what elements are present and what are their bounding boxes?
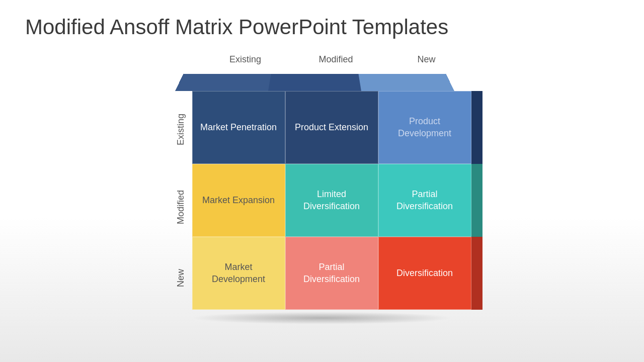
right-side-face — [471, 91, 482, 310]
cell-partial-diversification-2: Partial Diversification — [285, 237, 378, 310]
page-title: Modified Ansoff Matrix PowerPoint Templa… — [0, 0, 473, 49]
top-3d-face — [175, 65, 469, 91]
matrix-container: Existing Modified New Existing Modified … — [0, 49, 644, 324]
cell-diversification: Diversification — [378, 237, 471, 310]
right-face-mid — [471, 164, 482, 237]
cell-market-penetration: Market Penetration — [192, 91, 285, 164]
col-header-existing: Existing — [200, 54, 291, 65]
cell-partial-diversification-1: Partial Diversification — [378, 164, 471, 237]
cell-product-extension: Product Extension — [285, 91, 378, 164]
matrix-body: Market Penetration Product Extension Pro… — [192, 91, 471, 310]
col-header-new: New — [381, 54, 472, 65]
cell-limited-diversification: Limited Diversification — [285, 164, 378, 237]
right-face-top — [471, 91, 482, 164]
cell-market-development: Market Development — [192, 237, 285, 310]
cell-product-development: Product Development — [378, 91, 471, 164]
col-headers: Existing Modified New — [200, 54, 472, 65]
row-label-new: New — [173, 269, 188, 287]
row-label-modified: Modified — [173, 190, 188, 224]
row-labels: Existing Modified New — [173, 91, 188, 310]
right-face-bot — [471, 237, 482, 310]
cell-market-expansion: Market Expansion — [192, 164, 285, 237]
matrix-shadow — [191, 312, 453, 324]
col-header-modified: Modified — [291, 54, 381, 65]
row-label-existing: Existing — [173, 114, 188, 145]
row-labels-and-grid: Existing Modified New Market Penetration… — [173, 91, 471, 310]
matrix-wrapper: Existing Modified New Existing Modified … — [173, 54, 472, 324]
matrix-grid: Market Penetration Product Extension Pro… — [192, 91, 471, 310]
